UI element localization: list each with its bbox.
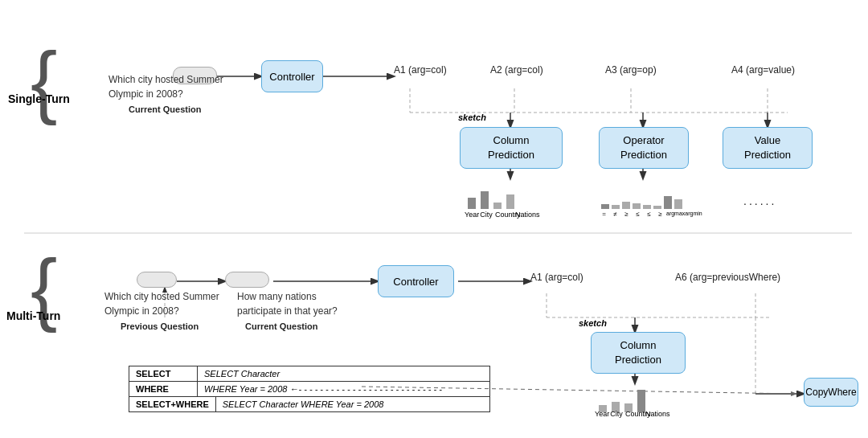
col-bar-labels: Year City Country Nations <box>465 211 533 219</box>
single-turn-question: Which city hosted SummerOlympic in 2008? <box>108 72 223 101</box>
multi-a6-label: A6 (arg=previousWhere) <box>675 272 780 283</box>
single-turn-question-label: Current Question <box>129 104 201 114</box>
op-bar-7 <box>664 196 672 209</box>
single-turn-label: Single-Turn <box>8 92 70 105</box>
multi-turn-input-1 <box>137 272 177 288</box>
single-turn-controller[interactable]: Controller <box>261 60 323 92</box>
multi-turn-controller[interactable]: Controller <box>378 265 454 297</box>
table-row-select-where: SELECT+WHERE SELECT Character WHERE Year… <box>129 397 489 411</box>
single-sketch-label: sketch <box>458 113 486 122</box>
multi-col-bar-4 <box>637 390 645 412</box>
op-bar-6 <box>653 206 661 209</box>
multi-col-bar-labels: Year City Country Nations <box>595 410 663 418</box>
a3-label: A3 (arg=op) <box>605 64 657 76</box>
single-turn-brace: { <box>31 40 57 121</box>
col-bar-2 <box>481 191 489 209</box>
op-bar-2 <box>612 205 620 209</box>
operator-bar-chart <box>601 181 682 209</box>
table-row-where: WHERE WHERE Year = 2008 ←- - - - - - - -… <box>129 382 489 397</box>
op-bar-labels: = ≠ ≥ ≤ ≤ ≥ argmax argmin <box>599 211 702 218</box>
a1-label: A1 (arg=col) <box>394 64 447 76</box>
value-prediction-box[interactable]: Value Prediction <box>723 127 813 169</box>
op-bar-8 <box>674 199 682 209</box>
select-val: SELECT Character <box>198 366 286 381</box>
select-where-key: SELECT+WHERE <box>129 397 216 411</box>
multi-column-bar-chart <box>599 384 645 412</box>
select-where-val: SELECT Character WHERE Year = 2008 <box>216 397 391 411</box>
op-bar-3 <box>622 202 630 209</box>
op-bar-4 <box>633 203 641 209</box>
multi-sketch-label: sketch <box>579 318 607 328</box>
multi-a1-label: A1 (arg=col) <box>530 272 583 283</box>
col-bar-4 <box>506 194 514 209</box>
multi-cur-question-label: Current Question <box>245 321 317 331</box>
op-bar-1 <box>601 204 609 209</box>
multi-cur-question: How many nationsparticipate in that year… <box>237 289 338 318</box>
where-val: WHERE Year = 2008 ←- - - - - - - - - - -… <box>198 382 448 396</box>
operator-prediction-box[interactable]: Operator Prediction <box>599 127 689 169</box>
select-key: SELECT <box>129 366 198 381</box>
sql-table: SELECT SELECT Character WHERE WHERE Year… <box>129 366 490 412</box>
column-prediction-box[interactable]: Column Prediction <box>460 127 563 169</box>
multi-prev-question: Which city hosted SummerOlympic in 2008? <box>104 289 219 318</box>
col-bar-3 <box>493 203 502 209</box>
diagram: { Single-Turn Controller A1 (arg=col) A2… <box>0 0 868 438</box>
multi-column-prediction-box[interactable]: Column Prediction <box>591 332 686 374</box>
op-bar-5 <box>643 205 651 209</box>
a4-label: A4 (arg=value) <box>731 64 795 76</box>
table-row-select: SELECT SELECT Character <box>129 366 489 382</box>
multi-turn-input-2 <box>225 272 269 288</box>
col-bar-1 <box>468 198 476 209</box>
copy-where-box[interactable]: CopyWhere <box>804 378 858 407</box>
where-key: WHERE <box>129 382 198 396</box>
multi-prev-question-label: Previous Question <box>121 321 199 331</box>
value-dots: ...... <box>743 194 776 207</box>
multi-turn-label: Multi-Turn <box>6 309 60 322</box>
a2-label: A2 (arg=col) <box>490 64 543 76</box>
column-bar-chart <box>468 181 514 209</box>
